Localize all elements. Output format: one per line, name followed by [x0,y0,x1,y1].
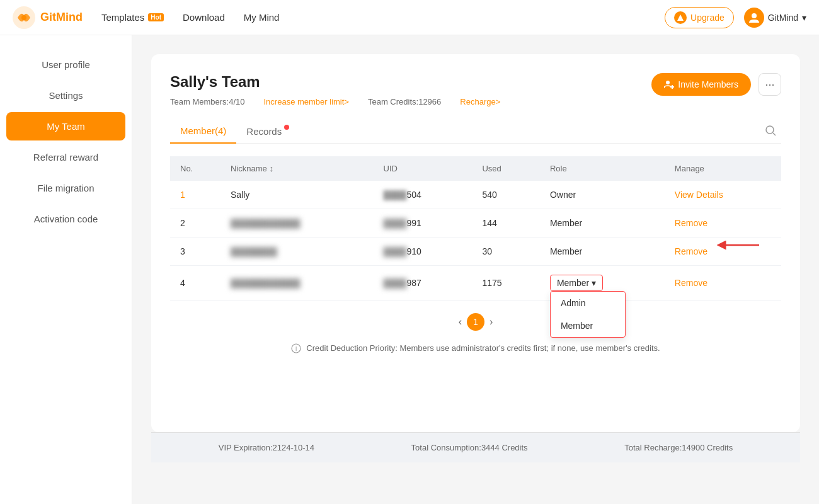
content-card: Sally's Team Team Members:4/10 Increase … [151,54,800,432]
page-1-button[interactable]: 1 [467,313,484,331]
cell-used: 30 [472,238,539,266]
avatar [744,8,764,28]
table-header-row: No. Nickname ↕ UID Used Role Manage [170,156,781,181]
cell-no: 1 [170,181,220,209]
role-select-button[interactable]: Member ▾ [550,275,603,291]
col-uid: UID [374,156,472,181]
cell-nickname: Sally [220,181,374,209]
dropdown-item-member[interactable]: Member [551,314,625,337]
chevron-down-icon: ▾ [592,278,596,288]
sidebar-item-activation-code[interactable]: Activation code [6,205,125,233]
increase-member-limit-link[interactable]: Increase member limit> [264,97,349,106]
members-table: No. Nickname ↕ UID Used Role Manage 1 Sa… [170,156,781,301]
svg-point-3 [752,13,757,18]
table-row: 2 ████████████ ████991 144 Member Remove [170,209,781,238]
sidebar: User profile Settings My Team Referral r… [0,35,132,504]
cell-manage: Remove [665,238,781,266]
records-badge [284,125,289,130]
invite-icon [664,79,674,89]
table-row: 3 ████████ ████910 30 Member Remove [170,238,781,266]
sidebar-item-my-team[interactable]: My Team [6,112,125,140]
view-details-link[interactable]: View Details [675,190,723,200]
next-page-button[interactable]: › [490,316,493,328]
upgrade-button[interactable]: Upgrade [665,7,734,28]
col-nickname: Nickname ↕ [220,156,374,181]
header-right: Upgrade GitMind ▾ [665,7,806,28]
cell-role: Member [540,209,665,238]
cell-no: 2 [170,209,220,238]
cell-used: 144 [472,209,539,238]
cell-role[interactable]: Member ▾ Admin Member [540,266,665,301]
remove-button[interactable]: Remove [675,218,707,228]
cell-nickname: ████████████ [220,209,374,238]
nav-mymind[interactable]: My Mind [244,12,280,23]
role-dropdown[interactable]: Member ▾ Admin Member [550,275,603,291]
team-members-text: Team Members:4/10 [170,97,245,106]
cell-nickname: ████████ [220,238,374,266]
nav: Templates Hot Download My Mind [101,12,665,23]
team-meta: Team Members:4/10 Increase member limit>… [170,97,500,106]
svg-point-1 [21,15,26,20]
info-note: i Credit Deduction Priority: Members use… [170,343,781,353]
sidebar-item-file-migration[interactable]: File migration [6,174,125,202]
remove-button[interactable]: Remove [675,278,707,288]
more-options-button[interactable]: ··· [759,73,781,96]
user-menu[interactable]: GitMind ▾ [744,8,806,28]
total-recharge: Total Recharge:14900 Credits [624,443,733,452]
table-row: 1 Sally ████504 540 Owner View Details [170,181,781,209]
chevron-down-icon: ▾ [802,13,806,23]
svg-line-8 [773,133,776,135]
svg-marker-2 [677,14,684,21]
team-title: Sally's Team [170,73,500,91]
cell-no: 4 [170,266,220,301]
logo-text: GitMind [40,11,83,24]
invite-members-button[interactable]: Invite Members [651,73,751,96]
nav-download[interactable]: Download [183,12,225,23]
cell-nickname: ████████████ [220,266,374,301]
svg-text:i: i [295,345,297,352]
cell-manage: Remove [665,266,781,301]
nav-templates[interactable]: Templates Hot [101,12,164,23]
tabs: Member(4) Records [170,119,781,144]
tab-member[interactable]: Member(4) [170,119,236,144]
sidebar-item-referral-reward[interactable]: Referral reward [6,143,125,171]
recharge-link[interactable]: Recharge> [460,97,500,106]
col-used: Used [472,156,539,181]
svg-point-7 [766,126,774,134]
team-credits-text: Team Credits:12966 [368,97,441,106]
cell-manage: View Details [665,181,781,209]
search-icon[interactable] [760,120,781,143]
dropdown-item-admin[interactable]: Admin [551,292,625,314]
cell-used: 540 [472,181,539,209]
cell-role: Member [540,238,665,266]
col-manage: Manage [665,156,781,181]
col-role: Role [540,156,665,181]
tab-records[interactable]: Records [236,120,292,143]
red-arrow-annotation [715,232,765,258]
upgrade-icon [674,11,687,24]
sidebar-item-user-profile[interactable]: User profile [6,50,125,79]
table-row: 4 ████████████ ████987 1175 Member ▾ [170,266,781,301]
pagination: ‹ 1 › [170,313,781,331]
prev-page-button[interactable]: ‹ [459,316,462,328]
col-no: No. [170,156,220,181]
total-consumption: Total Consumption:3444 Credits [411,443,528,452]
sidebar-item-settings[interactable]: Settings [6,81,125,110]
hot-badge: Hot [148,13,164,21]
cell-no: 3 [170,238,220,266]
cell-uid: ████504 [374,181,472,209]
cell-role: Owner [540,181,665,209]
vip-expiration: VIP Expiration:2124-10-14 [219,443,314,452]
cell-uid: ████991 [374,209,472,238]
cell-uid: ████910 [374,238,472,266]
svg-point-4 [666,81,670,84]
logo[interactable]: GitMind [13,6,83,29]
role-dropdown-menu: Admin Member [550,291,626,338]
layout: User profile Settings My Team Referral r… [0,35,819,504]
team-actions: Invite Members ··· [651,73,781,96]
header: GitMind Templates Hot Download My Mind U… [0,0,819,35]
cell-uid: ████987 [374,266,472,301]
info-icon: i [291,343,301,353]
footer-bar: VIP Expiration:2124-10-14 Total Consumpt… [151,432,800,462]
remove-button[interactable]: Remove [675,246,707,256]
